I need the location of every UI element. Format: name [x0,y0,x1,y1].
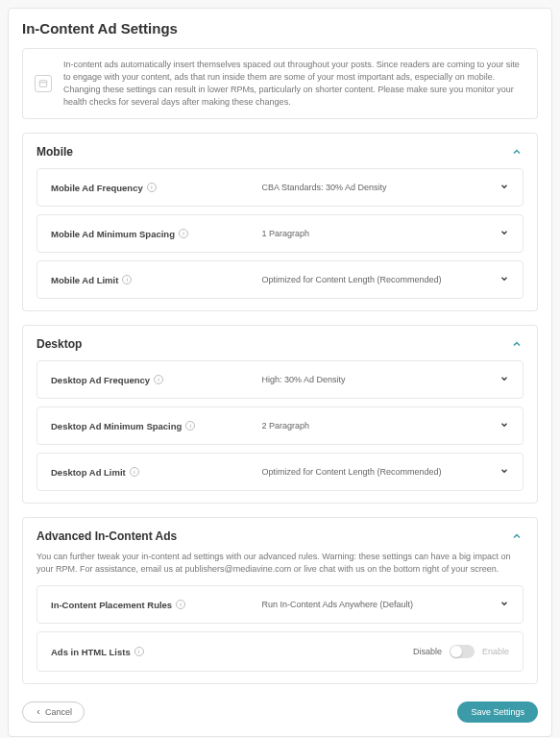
section-mobile-title: Mobile [37,145,73,159]
label-text: Desktop Ad Minimum Spacing [51,421,182,431]
section-mobile-header[interactable]: Mobile [23,134,537,159]
section-advanced: Advanced In-Content Ads You can further … [22,517,538,684]
toggle-disable-label: Disable [413,647,442,656]
section-desktop-body: Desktop Ad Frequency i High: 30% Ad Dens… [23,351,537,503]
section-advanced-header[interactable]: Advanced In-Content Ads [23,518,537,543]
svg-rect-0 [39,81,47,87]
ads-html-lists-row: Ads in HTML Lists i Disable Enable [37,631,523,672]
chevron-down-icon [499,599,509,610]
chevron-down-icon [499,228,509,239]
mobile-ad-spacing-label: Mobile Ad Minimum Spacing i [51,229,261,239]
label-text: Desktop Ad Frequency [51,375,150,385]
chevron-down-icon [499,182,509,193]
page-title: In-Content Ad Settings [22,20,538,37]
section-advanced-description: You can further tweak your in-content ad… [23,543,537,576]
mobile-ad-spacing-row[interactable]: Mobile Ad Minimum Spacing i 1 Paragraph [37,214,523,253]
toggle-enable-label: Enable [482,647,509,656]
mobile-ad-frequency-select[interactable]: CBA Standards: 30% Ad Density [261,182,509,193]
mobile-ad-spacing-select[interactable]: 1 Paragraph [261,228,509,239]
section-mobile-body: Mobile Ad Frequency i CBA Standards: 30%… [23,159,537,310]
save-button[interactable]: Save Settings [457,701,538,723]
desktop-ad-limit-label: Desktop Ad Limit i [51,467,261,478]
chevron-down-icon [499,466,509,478]
section-advanced-title: Advanced In-Content Ads [37,529,177,543]
help-icon[interactable]: i [134,647,144,656]
select-value: 2 Paragraph [261,421,309,430]
label-text: In-Content Placement Rules [51,600,172,610]
help-icon[interactable]: i [130,467,139,477]
select-value: 1 Paragraph [261,229,309,238]
help-icon[interactable]: i [185,421,195,430]
label-text: Ads in HTML Lists [51,647,131,657]
section-desktop: Desktop Desktop Ad Frequency i High: 30%… [22,325,538,504]
placement-rules-label: In-Content Placement Rules i [51,600,261,610]
select-value: Optimized for Content Length (Recommende… [261,467,441,477]
cancel-button[interactable]: Cancel [22,701,85,723]
chevron-up-icon[interactable] [510,145,523,159]
placement-rules-select[interactable]: Run In-Content Ads Anywhere (Default) [261,599,509,610]
mobile-ad-frequency-row[interactable]: Mobile Ad Frequency i CBA Standards: 30%… [37,168,523,207]
chevron-left-icon [35,708,42,716]
info-text: In-content ads automatically insert them… [63,59,525,109]
desktop-ad-spacing-row[interactable]: Desktop Ad Minimum Spacing i 2 Paragraph [37,406,523,445]
placement-rules-row[interactable]: In-Content Placement Rules i Run In-Cont… [37,585,523,624]
chevron-up-icon[interactable] [510,337,523,351]
desktop-ad-spacing-select[interactable]: 2 Paragraph [261,420,509,431]
label-text: Mobile Ad Frequency [51,183,143,193]
mobile-ad-limit-row[interactable]: Mobile Ad Limit i Optimized for Content … [37,260,523,299]
desktop-ad-limit-select[interactable]: Optimized for Content Length (Recommende… [261,466,509,478]
select-value: Run In-Content Ads Anywhere (Default) [261,600,413,609]
ads-html-lists-toggle-group: Disable Enable [413,645,509,658]
info-banner: In-content ads automatically insert them… [22,48,538,119]
label-text: Desktop Ad Limit [51,467,126,478]
mobile-ad-frequency-label: Mobile Ad Frequency i [51,183,261,193]
label-text: Mobile Ad Limit [51,275,118,285]
footer: Cancel Save Settings [22,701,538,723]
help-icon[interactable]: i [176,600,185,609]
ads-html-lists-label: Ads in HTML Lists i [51,647,261,657]
help-icon[interactable]: i [122,275,132,284]
mobile-ad-limit-select[interactable]: Optimized for Content Length (Recommende… [261,274,509,285]
desktop-ad-frequency-row[interactable]: Desktop Ad Frequency i High: 30% Ad Dens… [37,360,523,399]
section-desktop-title: Desktop [37,337,82,351]
select-value: Optimized for Content Length (Recommende… [261,275,441,284]
settings-page: In-Content Ad Settings In-content ads au… [8,8,552,737]
chevron-down-icon [499,374,509,385]
mobile-ad-limit-label: Mobile Ad Limit i [51,275,261,285]
section-mobile: Mobile Mobile Ad Frequency i CBA Standar… [22,133,538,311]
desktop-ad-spacing-label: Desktop Ad Minimum Spacing i [51,421,261,431]
desktop-ad-frequency-label: Desktop Ad Frequency i [51,375,261,385]
section-advanced-body: In-Content Placement Rules i Run In-Cont… [23,576,537,683]
desktop-ad-frequency-select[interactable]: High: 30% Ad Density [261,374,509,385]
cancel-label: Cancel [45,707,72,717]
chevron-down-icon [499,420,509,431]
chevron-up-icon[interactable] [510,529,523,543]
help-icon[interactable]: i [147,183,157,192]
desktop-ad-limit-row[interactable]: Desktop Ad Limit i Optimized for Content… [37,453,523,491]
info-icon [35,75,52,92]
select-value: High: 30% Ad Density [261,375,345,384]
section-desktop-header[interactable]: Desktop [23,326,537,351]
select-value: CBA Standards: 30% Ad Density [261,183,386,192]
label-text: Mobile Ad Minimum Spacing [51,229,175,239]
ads-html-lists-toggle[interactable] [450,645,475,658]
help-icon[interactable]: i [179,229,188,238]
help-icon[interactable]: i [154,375,163,384]
toggle-knob [450,646,462,657]
chevron-down-icon [499,274,509,285]
